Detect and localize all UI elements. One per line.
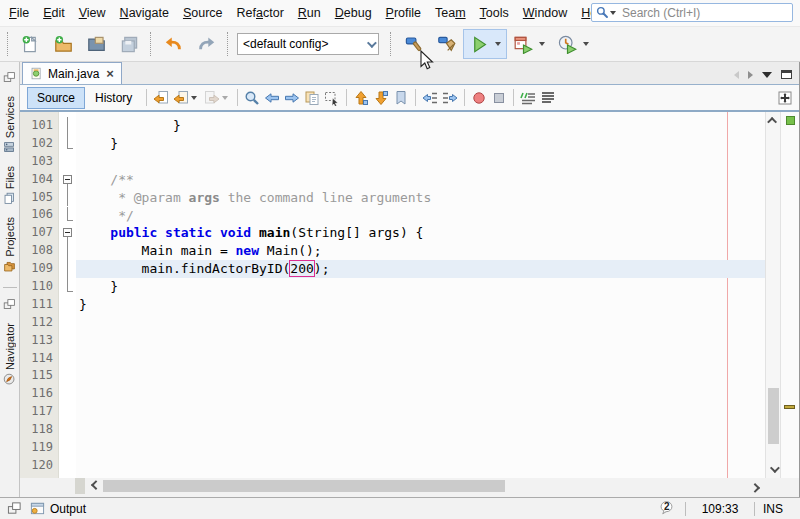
collapse-fold-icon[interactable]	[63, 175, 72, 184]
code-line[interactable]	[79, 368, 765, 386]
code-line[interactable]	[79, 386, 765, 404]
horizontal-scrollbar[interactable]	[20, 478, 799, 497]
menu-profile[interactable]: Profile	[379, 2, 428, 24]
dock-group-icon[interactable]	[3, 297, 16, 315]
forward-button-dropdown-icon[interactable]	[222, 96, 228, 100]
toggle-bookmark-button[interactable]	[391, 87, 411, 109]
profile-project-button[interactable]	[551, 29, 595, 59]
code-line[interactable]	[79, 314, 765, 332]
menu-run[interactable]: Run	[291, 2, 328, 24]
tab-main-java[interactable]: Main.java ×	[22, 62, 122, 84]
clean-build-icon[interactable]	[433, 31, 460, 58]
next-bookmark-button[interactable]	[371, 87, 391, 109]
stop-macro-button[interactable]	[489, 87, 509, 109]
scroll-tabs-left-icon[interactable]	[734, 71, 739, 79]
code-editor[interactable]: } } /** * @param args the command line a…	[76, 112, 765, 478]
start-macro-button[interactable]	[469, 87, 489, 109]
new-file-icon[interactable]	[17, 31, 44, 58]
menu-edit[interactable]: Edit	[36, 2, 72, 24]
code-line[interactable]	[79, 457, 765, 475]
code-line[interactable]	[79, 403, 765, 421]
menu-file[interactable]: File	[2, 2, 36, 24]
fold-mark[interactable]	[59, 171, 77, 189]
find-selection-button[interactable]	[242, 87, 262, 109]
code-line[interactable]	[79, 421, 765, 439]
caret-position-mark[interactable]	[784, 405, 795, 409]
code-line[interactable]: Main main = new Main();	[79, 242, 765, 260]
code-line[interactable]: }	[79, 296, 765, 314]
sidebar-item-services[interactable]: Services	[3, 96, 16, 154]
undo-button[interactable]	[157, 29, 190, 59]
search-input[interactable]	[620, 5, 788, 21]
tab-list-dropdown-icon[interactable]	[762, 72, 772, 78]
code-line[interactable]	[79, 332, 765, 350]
horizontal-scrollbar-thumb[interactable]	[103, 480, 505, 492]
sidebar-item-projects[interactable]: Projects	[3, 217, 16, 273]
code-line[interactable]: */	[79, 207, 765, 225]
source-view-button[interactable]: Source	[27, 87, 85, 109]
sidebar-item-navigator[interactable]: Navigator	[3, 323, 16, 386]
run-project-button-dropdown-icon[interactable]	[495, 42, 501, 46]
scroll-right-icon[interactable]	[748, 478, 764, 494]
scroll-up-icon[interactable]	[766, 113, 780, 128]
code-fold-column[interactable]	[58, 112, 76, 478]
undo-icon[interactable]	[160, 31, 187, 58]
menu-navigate[interactable]: Navigate	[113, 2, 176, 24]
new-project-icon[interactable]	[50, 31, 77, 58]
debug-icon[interactable]	[510, 31, 537, 58]
search-scope-dropdown-icon[interactable]	[610, 11, 616, 15]
debug-project-button-dropdown-icon[interactable]	[539, 42, 545, 46]
code-line[interactable]: /**	[79, 171, 765, 189]
save-all-button[interactable]	[113, 29, 146, 59]
shift-line-left-button[interactable]	[420, 87, 440, 109]
redo-button[interactable]	[190, 29, 223, 59]
code-line[interactable]	[79, 350, 765, 368]
new-file-button[interactable]	[14, 29, 47, 59]
quick-search-box[interactable]	[591, 3, 793, 22]
forward-button[interactable]	[202, 87, 233, 109]
save-all-icon[interactable]	[116, 31, 143, 58]
error-stripe[interactable]	[780, 112, 799, 478]
open-project-icon[interactable]	[83, 31, 110, 58]
menu-window[interactable]: Window	[516, 2, 574, 24]
code-line[interactable]: }	[79, 117, 765, 135]
code-line[interactable]	[79, 153, 765, 171]
vertical-scrollbar[interactable]	[765, 112, 780, 478]
last-edit-button[interactable]	[151, 87, 171, 109]
run-icon[interactable]	[466, 31, 493, 58]
previous-bookmark-button[interactable]	[351, 87, 371, 109]
shift-line-right-button[interactable]	[440, 87, 460, 109]
notifications-button[interactable]: 2	[659, 500, 677, 518]
build-project-button[interactable]	[397, 29, 430, 59]
config-combo[interactable]: <default config>	[237, 33, 379, 55]
output-window-button[interactable]: Output	[30, 501, 86, 516]
debug-project-button[interactable]	[507, 29, 551, 59]
scroll-left-icon[interactable]	[86, 478, 102, 494]
code-line[interactable]: main.findActorByID(200);	[79, 260, 765, 278]
build-icon[interactable]	[400, 31, 427, 58]
combo-dropdown-icon[interactable]	[362, 41, 378, 48]
find-next-button[interactable]	[282, 87, 302, 109]
profile-project-button-dropdown-icon[interactable]	[583, 42, 589, 46]
dock-group-icon[interactable]	[3, 70, 16, 88]
tab-close-icon[interactable]: ×	[106, 69, 114, 79]
profile-icon[interactable]	[554, 31, 581, 58]
dock-window-icon[interactable]	[7, 501, 22, 516]
code-line[interactable]: public static void main(String[] args) {	[79, 224, 765, 242]
maximize-window-icon[interactable]	[781, 70, 792, 79]
scroll-down-icon[interactable]	[766, 462, 780, 477]
menu-team[interactable]: Team	[428, 2, 473, 24]
collapse-fold-icon[interactable]	[63, 228, 72, 237]
code-line[interactable]: * @param args the command line arguments	[79, 189, 765, 207]
new-project-button[interactable]	[47, 29, 80, 59]
menu-debug[interactable]: Debug	[328, 2, 379, 24]
code-line[interactable]: }	[79, 278, 765, 296]
menu-tools[interactable]: Tools	[473, 2, 516, 24]
back-button-dropdown-icon[interactable]	[191, 96, 197, 100]
clean-build-button[interactable]	[430, 29, 463, 59]
code-line[interactable]	[79, 439, 765, 457]
toggle-highlight-button[interactable]	[302, 87, 322, 109]
code-line[interactable]: }	[79, 135, 765, 153]
uncomment-button[interactable]	[538, 87, 558, 109]
redo-icon[interactable]	[193, 31, 220, 58]
